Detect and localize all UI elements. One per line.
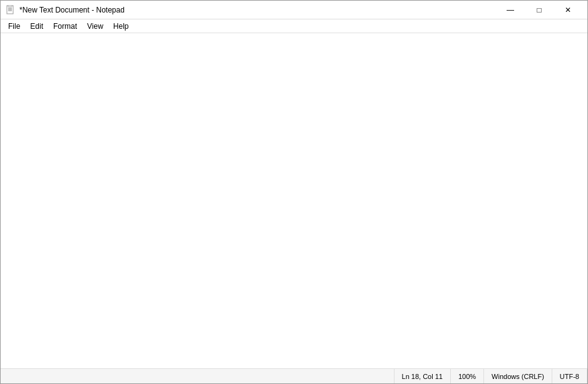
close-button[interactable]: ✕ <box>554 1 582 19</box>
status-line-ending: Windows (CRLF) <box>484 369 552 383</box>
menu-file[interactable]: File <box>3 21 25 32</box>
svg-rect-1 <box>8 5 12 7</box>
menu-help[interactable]: Help <box>108 21 134 32</box>
notepad-window: *New Text Document - Notepad — □ ✕ File … <box>0 0 588 384</box>
status-ln-col: Ln 18, Col 11 <box>395 369 451 383</box>
notepad-icon <box>6 5 16 15</box>
menu-bar: File Edit Format View Help <box>1 19 587 33</box>
editor-wrapper <box>1 33 587 368</box>
minimize-button[interactable]: — <box>496 1 525 19</box>
status-encoding: UTF-8 <box>552 369 587 383</box>
menu-view[interactable]: View <box>82 21 108 32</box>
title-bar: *New Text Document - Notepad — □ ✕ <box>1 1 587 19</box>
status-spacer <box>1 369 395 383</box>
title-bar-controls: — □ ✕ <box>496 1 582 19</box>
title-bar-left: *New Text Document - Notepad <box>6 5 125 15</box>
window-title: *New Text Document - Notepad <box>19 6 125 14</box>
menu-format[interactable]: Format <box>48 21 82 32</box>
editor-scroll-area[interactable] <box>1 33 587 368</box>
maximize-button[interactable]: □ <box>525 1 554 19</box>
status-bar: Ln 18, Col 11 100% Windows (CRLF) UTF-8 <box>1 368 587 383</box>
status-zoom: 100% <box>451 369 484 383</box>
menu-edit[interactable]: Edit <box>25 21 48 32</box>
